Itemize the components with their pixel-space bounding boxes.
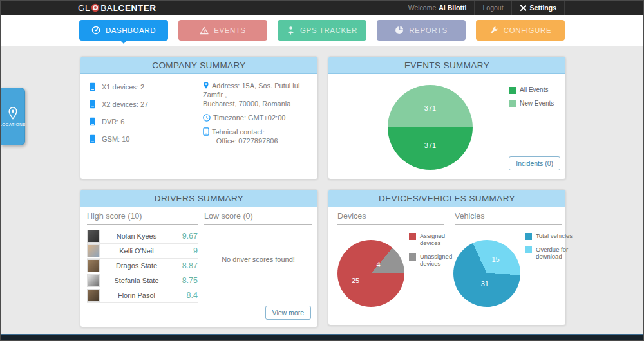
user-name: Al Bilotti	[439, 4, 466, 12]
devices-legend: Assigned devices Unassigned devices	[409, 232, 460, 273]
vehicles-legend: Total vehicles Overdue for download	[525, 232, 576, 266]
legend-swatch	[409, 233, 416, 240]
high-score-heading: High score (10)	[87, 212, 198, 225]
tab-dashboard[interactable]: DASHBOARD	[79, 20, 168, 41]
person-pin-icon	[287, 26, 295, 35]
top-bar-right: Welcome Al Bilotti Logout Settings	[401, 1, 565, 15]
driver-row[interactable]: Florin Pasol 8.4	[87, 288, 198, 303]
pie-slice-value: 371	[424, 142, 436, 149]
devices-vehicles-summary-panel: DEVICES/VEHICLES SUMMARY Devices Vehicle…	[328, 189, 566, 326]
device-count-value: 27	[140, 100, 148, 108]
devices-pie-chart: 4 25	[337, 240, 404, 307]
high-score-list: Nolan Kyees 9.67 Kelli O'Neil 9 Dragos S…	[87, 229, 198, 303]
drivers-summary-panel: DRIVERS SUMMARY High score (10) Nolan Ky…	[80, 189, 318, 327]
wrench-icon	[489, 26, 498, 35]
legend-entry: Assigned devices	[409, 232, 460, 247]
device-icon	[89, 100, 96, 109]
welcome-text: Welcome Al Bilotti	[401, 1, 475, 15]
device-count-value: 10	[122, 135, 129, 143]
device-icon	[89, 117, 96, 126]
device-count-row: DVR: 6	[89, 117, 148, 126]
devices-vehicles-title: DEVICES/VEHICLES SUMMARY	[328, 190, 565, 207]
warning-icon	[200, 26, 209, 35]
vehicles-pie-chart: 15 31	[453, 240, 520, 307]
device-icon	[89, 134, 96, 143]
company-technical-contact: Tehnical contact: - Office: 0727897806	[203, 127, 312, 145]
locations-label: LOCATIONS	[0, 122, 26, 127]
driver-avatar	[87, 259, 100, 272]
device-count-value: 6	[120, 118, 124, 125]
tab-reports[interactable]: REPORTS	[377, 20, 466, 41]
logo-text-pre: GL	[78, 3, 90, 13]
locations-side-tab[interactable]: LOCATIONS	[1, 88, 25, 145]
company-device-counts: X1 devices: 2 X2 devices: 27 DVR: 6 GSM:…	[89, 82, 148, 152]
logo-text-bold: CENTER	[118, 3, 156, 13]
company-summary-title: COMPANY SUMMARY	[80, 57, 317, 74]
high-score-column: High score (10) Nolan Kyees 9.67 Kelli O…	[87, 212, 198, 303]
devices-heading: Devices	[337, 212, 444, 225]
pie-icon	[395, 26, 404, 35]
company-contact-info: Address: 15A, Sos. Putul lui Zamfir , Bu…	[203, 81, 312, 151]
device-count-row: X2 devices: 27	[89, 100, 148, 109]
device-count-row: X1 devices: 2	[89, 82, 148, 91]
target-icon	[91, 3, 100, 12]
active-tab-pointer	[120, 40, 128, 48]
map-pin-icon	[203, 81, 209, 89]
driver-row[interactable]: Nolan Kyees 9.67	[87, 229, 198, 244]
low-score-heading: Low score (0)	[204, 212, 312, 225]
nav-bar: DASHBOARD EVENTS GPS TRACKER	[1, 15, 643, 46]
driver-avatar	[87, 289, 100, 302]
pie-slice-value: 4	[376, 261, 380, 268]
device-count-value: 2	[140, 83, 144, 91]
dashboard-page: GL BALCENTER Welcome Al Bilotti Logout	[0, 0, 644, 341]
driver-row[interactable]: Stefania State 8.75	[87, 273, 198, 288]
legend-swatch	[409, 253, 416, 261]
settings-link[interactable]: Settings	[512, 1, 564, 15]
events-summary-title: EVENTS SUMMARY	[328, 57, 565, 74]
top-bar: GL BALCENTER Welcome Al Bilotti Logout	[1, 1, 643, 15]
tab-gps-tracker[interactable]: GPS TRACKER	[278, 20, 366, 41]
tab-configure[interactable]: CONFIGURE	[476, 20, 565, 41]
driver-avatar	[87, 244, 100, 257]
pie-slice-value: 31	[481, 280, 489, 288]
no-scores-message: No driver scores found!	[204, 255, 312, 263]
logo-text-mid: BAL	[100, 3, 118, 13]
company-summary-panel: COMPANY SUMMARY X1 devices: 2 X2 devices…	[80, 56, 318, 180]
view-more-button[interactable]: View more	[265, 306, 311, 320]
driver-avatar	[87, 230, 100, 243]
legend-entry: All Events	[509, 86, 565, 94]
legend-entry: Overdue for download	[525, 246, 576, 261]
driver-row[interactable]: Dragos State 8.87	[87, 259, 198, 273]
footer-bar	[1, 334, 643, 340]
crossed-tools-icon	[520, 5, 527, 12]
clock-icon	[203, 114, 211, 122]
logout-link[interactable]: Logout	[475, 1, 511, 15]
pie-slice-value: 371	[424, 104, 436, 112]
events-pie-chart: 371 371	[388, 85, 473, 170]
events-legend: All Events New Events	[509, 86, 565, 113]
location-pin-icon	[8, 107, 18, 120]
legend-entry: Total vehicles	[525, 232, 576, 240]
gauge-icon	[91, 26, 100, 35]
mobile-phone-icon	[203, 127, 209, 136]
legend-swatch	[525, 233, 532, 240]
legend-entry: New Events	[509, 100, 565, 107]
legend-swatch	[509, 87, 516, 94]
legend-entry: Unassigned devices	[409, 253, 460, 268]
app-logo: GL BALCENTER	[78, 1, 156, 15]
nav-tabs: DASHBOARD EVENTS GPS TRACKER	[79, 20, 565, 41]
legend-swatch	[525, 246, 532, 253]
vehicles-heading: Vehicles	[455, 212, 562, 225]
company-timezone: Timezone: GMT+02:00	[203, 113, 312, 122]
tab-events[interactable]: EVENTS	[178, 20, 267, 41]
company-address: Address: 15A, Sos. Putul lui Zamfir , Bu…	[203, 81, 312, 108]
drivers-summary-title: DRIVERS SUMMARY	[80, 190, 317, 207]
pie-slice-value: 15	[491, 255, 499, 263]
device-icon	[89, 82, 96, 91]
legend-swatch	[509, 100, 516, 107]
topbar-divider	[564, 1, 565, 15]
driver-row[interactable]: Kelli O'Neil 9	[87, 244, 198, 259]
pie-slice-value: 25	[352, 277, 359, 284]
device-count-row: GSM: 10	[89, 134, 148, 143]
incidents-button[interactable]: Incidents (0)	[509, 156, 560, 170]
